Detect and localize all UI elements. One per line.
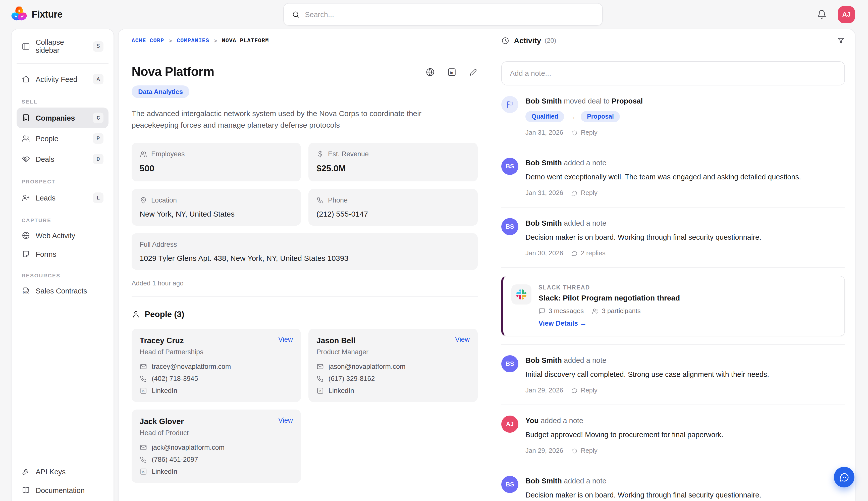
reply-button[interactable]: Reply — [571, 386, 597, 394]
reply-button[interactable]: Reply — [571, 447, 597, 454]
view-person-link[interactable]: View — [278, 417, 293, 424]
edit-button[interactable] — [469, 67, 478, 77]
add-note-input[interactable] — [501, 61, 845, 85]
sidebar-item-activity-feed[interactable]: Activity Feed A — [17, 69, 109, 89]
entry-date: Jan 30, 2026 — [525, 249, 563, 257]
sidebar-item-web-activity[interactable]: Web Activity — [17, 226, 109, 245]
person-linkedin[interactable]: LinkedIn — [328, 387, 354, 394]
sidebar-item-companies[interactable]: Companies C — [17, 108, 109, 128]
collapse-sidebar-button[interactable]: Collapse sidebar S — [17, 33, 109, 59]
global-search[interactable] — [283, 3, 603, 25]
linkedin-icon: in — [447, 67, 457, 77]
person-email[interactable]: jason@novaplatform.com — [328, 363, 405, 370]
activity-entry: BS Bob Smith added a note Demo went exce… — [501, 147, 845, 207]
activity-entry: SLACK THREAD Slack: Pilot Program negoti… — [501, 268, 845, 345]
shortcut-key: S — [93, 41, 104, 52]
breadcrumb-acme-corp[interactable]: ACME CORP — [132, 38, 164, 43]
person-phone[interactable]: (786) 451-2097 — [152, 456, 198, 463]
person-role: Head of Partnerships — [140, 348, 293, 356]
activity-panel: Activity (20) Bob Smith moved deal to — [491, 29, 855, 501]
reply-button[interactable]: Reply — [571, 129, 597, 136]
added-timestamp: Added 1 hour ago — [132, 279, 478, 287]
actor-name: Bob Smith — [525, 97, 562, 105]
reply-button[interactable]: Reply — [571, 189, 597, 196]
shortcut-key: D — [93, 154, 104, 164]
company-detail-panel: ACME CORP > COMPANIES > NOVA PLATFORM No… — [119, 29, 491, 501]
user-avatar[interactable]: AJ — [838, 6, 855, 23]
stat-value: 500 — [140, 163, 293, 174]
avatar: BS — [501, 158, 518, 175]
sidebar-item-label: API Keys — [36, 468, 104, 476]
sidebar-item-documentation[interactable]: Documentation — [17, 481, 109, 500]
shortcut-key: C — [93, 113, 104, 123]
stat-value: $25.0M — [316, 163, 470, 174]
breadcrumb: ACME CORP > COMPANIES > NOVA PLATFORM — [119, 29, 491, 52]
globe-icon — [425, 67, 435, 77]
avatar: AJ — [501, 416, 518, 433]
sidebar-item-sales-contracts[interactable]: DOC Sales Contracts — [17, 281, 109, 300]
activity-title: Activity — [514, 36, 541, 45]
company-detail-scroll[interactable]: Nova Platform in — [119, 52, 491, 483]
action-text: added a note — [564, 159, 606, 167]
view-person-link[interactable]: View — [278, 336, 293, 343]
building-icon — [22, 114, 30, 122]
activity-entry: BS Bob Smith added a note Decision maker… — [501, 207, 845, 268]
person-name: Jack Glover — [140, 417, 293, 426]
sidebar-item-label: Activity Feed — [36, 75, 87, 83]
person-linkedin[interactable]: LinkedIn — [152, 468, 177, 476]
sidebar-item-api-keys[interactable]: API Keys — [17, 462, 109, 481]
replies-button[interactable]: 2 replies — [571, 249, 605, 257]
person-linkedin[interactable]: LinkedIn — [152, 387, 177, 394]
breadcrumb-companies[interactable]: COMPANIES — [177, 38, 209, 43]
bell-icon[interactable] — [817, 9, 827, 19]
person-email[interactable]: jack@novaplatform.com — [152, 444, 225, 451]
person-email[interactable]: tracey@novaplatform.com — [152, 363, 231, 370]
sidebar-item-deals[interactable]: Deals D — [17, 149, 109, 169]
collapse-sidebar-label: Collapse sidebar — [36, 38, 87, 54]
stat-location: Location New York, NY, United States — [132, 189, 301, 226]
view-details-link[interactable]: View Details → — [539, 320, 587, 327]
sidebar-item-leads[interactable]: Leads L — [17, 188, 109, 208]
chat-fab-button[interactable] — [834, 467, 855, 488]
person-phone[interactable]: (617) 329-8162 — [328, 375, 375, 382]
svg-text:in: in — [142, 390, 145, 393]
stat-label: Full Address — [140, 241, 177, 248]
mail-icon — [316, 363, 324, 370]
stage-badge-to: Proposal — [581, 111, 620, 122]
activity-entry: BS Bob Smith added a note Decision maker… — [501, 465, 845, 501]
slack-thread-card[interactable]: SLACK THREAD Slack: Pilot Program negoti… — [501, 276, 845, 336]
sidebar-item-people[interactable]: People P — [17, 128, 109, 149]
action-text: added a note — [564, 356, 606, 364]
view-person-link[interactable]: View — [455, 336, 470, 343]
svg-text:in: in — [319, 390, 322, 393]
activity-feed[interactable]: Bob Smith moved deal to Proposal Qualifi… — [491, 52, 855, 501]
note-text: Decision maker is on board. Working thro… — [525, 490, 845, 501]
person-card: View Jason Bell Product Manager jason@no… — [308, 329, 478, 402]
person-name: Jason Bell — [316, 336, 470, 345]
search-input[interactable] — [305, 10, 594, 18]
website-button[interactable] — [425, 67, 435, 77]
linkedin-button[interactable]: in — [447, 67, 457, 77]
shortcut-key: P — [93, 133, 104, 144]
stat-value: 1029 Tyler Glens Apt. 438, New York, NY,… — [140, 254, 470, 262]
sidebar-item-label: Leads — [36, 194, 87, 202]
sidebar-section-resources: RESOURCES — [17, 263, 109, 281]
brand-logo[interactable]: Fixture — [11, 6, 63, 22]
action-text: added a note — [541, 417, 583, 425]
breadcrumb-current: NOVA PLATFORM — [222, 38, 269, 43]
avatar: BS — [501, 355, 518, 372]
sidebar-item-label: Sales Contracts — [36, 287, 104, 295]
sidebar-item-label: People — [36, 135, 87, 142]
sidebar-item-forms[interactable]: Forms — [17, 245, 109, 263]
book-icon — [22, 486, 30, 494]
phone-icon — [140, 456, 147, 463]
target-stage: Proposal — [611, 97, 643, 105]
content-card: ACME CORP > COMPANIES > NOVA PLATFORM No… — [118, 29, 855, 501]
fixture-logo-icon — [11, 6, 27, 22]
wrench-icon — [22, 467, 30, 476]
filter-button[interactable] — [837, 36, 845, 44]
svg-text:in: in — [142, 470, 145, 474]
shortcut-key: A — [93, 74, 104, 84]
app-window: Fixture AJ Collapse sidebar S — [0, 0, 868, 501]
person-phone[interactable]: (402) 718-3945 — [152, 375, 198, 382]
